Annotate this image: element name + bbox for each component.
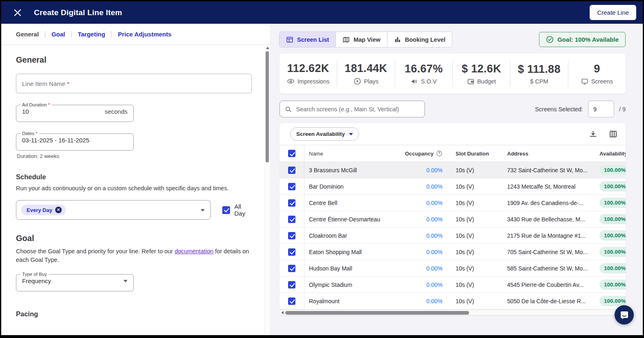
slot-duration-value: 10s (V) (443, 167, 505, 174)
duration-helper: Duration: 2 weeks (17, 153, 253, 159)
screen-search (280, 101, 425, 117)
tab-booking-level[interactable]: Booking Level (387, 32, 452, 47)
check-circle-icon (546, 36, 554, 43)
app-window: Create Digital Line Item Create Line Gen… (0, 0, 644, 338)
row-checkbox[interactable] (288, 265, 295, 272)
occupancy-value[interactable]: 0.00% (407, 167, 443, 174)
row-checkbox[interactable] (288, 167, 295, 174)
create-line-button[interactable]: Create Line (590, 5, 636, 20)
occupancy-value[interactable]: 0.00% (407, 183, 443, 190)
chat-icon (619, 310, 629, 320)
address-value: 1909 Av. des Canadiens-de-... (505, 200, 599, 206)
stat-budget: $ 12.6K Budget (453, 61, 510, 87)
occupancy-value[interactable]: 0.00% (407, 265, 443, 272)
tab-targeting[interactable]: Targeting (65, 31, 105, 38)
table-icon (286, 36, 293, 43)
row-checkbox[interactable] (288, 248, 295, 256)
row-checkbox[interactable] (288, 199, 295, 207)
scrollbar-thumb[interactable] (266, 51, 269, 162)
chat-launcher-button[interactable] (615, 305, 634, 324)
scrollbar-thumb[interactable] (285, 311, 469, 315)
scroll-left-arrow-icon[interactable] (281, 311, 284, 314)
address-value: 585 Saint-Catherine St W, Mo... (505, 265, 599, 272)
availability-badge: 100.00% (599, 279, 626, 290)
occupancy-value[interactable]: 0.00% (407, 249, 443, 255)
slot-duration-value: 10s (V) (443, 216, 505, 223)
screen-availability-filter[interactable]: Screen Availability (290, 127, 359, 141)
slot-duration-value: 10s (V) (443, 298, 505, 304)
checkbox-checked-icon (222, 206, 230, 214)
table-row[interactable]: Centre Étienne-Desmarteau 0.00% 10s (V) … (280, 211, 626, 228)
row-checkbox[interactable] (288, 281, 295, 288)
occupancy-value[interactable]: 0.00% (407, 216, 443, 223)
availability-badge: 100.00% (599, 165, 626, 175)
play-circle-icon (353, 77, 361, 85)
close-icon (14, 9, 21, 16)
chip-remove-icon[interactable]: ✕ (55, 207, 62, 213)
table-row[interactable]: Bar Dominion 0.00% 10s (V) 1243 Metcalfe… (280, 178, 626, 195)
close-button[interactable] (10, 5, 25, 20)
horizontal-scrollbar[interactable] (280, 309, 626, 315)
col-availability[interactable]: Availability (599, 151, 626, 157)
slot-duration-value: 10s (V) (443, 232, 505, 239)
col-name[interactable]: Name (304, 151, 407, 157)
tab-general[interactable]: General (16, 31, 39, 38)
screen-name: Olympic Stadium (304, 282, 407, 288)
tab-goal[interactable]: Goal (39, 31, 65, 38)
table-row[interactable]: Centre Bell 0.00% 10s (V) 1909 Av. des C… (280, 195, 626, 211)
row-checkbox[interactable] (288, 216, 295, 223)
tab-map-view[interactable]: Map View (336, 32, 387, 47)
occupancy-value[interactable]: 0.00% (407, 282, 443, 288)
col-occupancy[interactable]: Occupancy (407, 150, 443, 157)
col-slot-duration[interactable]: Slot Duration (443, 151, 505, 157)
screens-selected-input[interactable] (588, 101, 614, 117)
occupancy-value[interactable]: 0.00% (407, 200, 443, 206)
vertical-scrollbar[interactable] (264, 46, 270, 335)
stat-cpm: $ 111.88 $ CPM (510, 61, 568, 87)
table-row[interactable]: Eaton Shopping Mall 0.00% 10s (V) 705 Sa… (280, 244, 626, 260)
form-scroll-area: General Line Item Name * Ad Duration * 1… (1, 45, 265, 335)
help-icon[interactable] (436, 150, 443, 157)
download-button[interactable] (589, 130, 597, 138)
line-item-name-input[interactable]: Line Item Name * (16, 74, 252, 93)
documentation-link[interactable]: documentation (174, 248, 213, 255)
columns-button[interactable] (609, 130, 617, 138)
select-all-checkbox[interactable] (288, 150, 295, 157)
row-checkbox[interactable] (288, 232, 295, 239)
availability-badge: 100.00% (599, 263, 626, 273)
screen-name: Centre Bell (304, 200, 407, 206)
address-value: 705 Saint-Catherine St W, Mo... (505, 249, 599, 255)
table-row[interactable]: 3 Brasseurs McGill 0.00% 10s (V) 732 Sai… (280, 162, 626, 178)
chevron-down-icon (201, 209, 205, 212)
slot-duration-value: 10s (V) (443, 249, 505, 255)
occupancy-value[interactable]: 0.00% (407, 298, 443, 304)
schedule-description: Run your ads continuously or on a custom… (16, 184, 253, 193)
every-day-chip[interactable]: Every Day ✕ (21, 205, 66, 215)
all-day-checkbox[interactable]: All Day (222, 203, 253, 217)
screens-table-card: Screen Availability (280, 123, 626, 315)
table-row[interactable]: Hudson Bay Mall 0.00% 10s (V) 585 Saint-… (280, 260, 626, 277)
table-row[interactable]: Cloakroom Bar 0.00% 10s (V) 2175 Rue de … (280, 228, 626, 244)
scroll-up-arrow-icon[interactable] (266, 47, 269, 49)
row-checkbox[interactable] (288, 183, 295, 190)
address-value: 1243 Metcalfe St, Montreal (505, 183, 599, 190)
availability-badge: 100.00% (599, 247, 626, 257)
table-row[interactable]: Olympic Stadium 0.00% 10s (V) 4545 Pierr… (280, 277, 626, 293)
table-row[interactable]: Royalmount 0.00% 10s (V) 5050 De la Côte… (280, 293, 626, 309)
dates-field[interactable]: Dates * 03-11-2025 - 16-11-2025 (16, 131, 134, 151)
col-address[interactable]: Address (505, 151, 599, 157)
ad-duration-field[interactable]: Ad Duration * 10 seconds (16, 102, 134, 122)
line-item-name-placeholder: Line Item Name * (22, 80, 69, 87)
search-input[interactable] (295, 106, 420, 113)
tab-price-adjustments[interactable]: Price Adjustments (105, 31, 171, 38)
occupancy-value[interactable]: 0.00% (407, 232, 443, 239)
row-checkbox[interactable] (288, 297, 295, 305)
view-toggle-group: Screen List Map View Booking Level (280, 32, 452, 47)
availability-badge: 100.00% (599, 296, 626, 306)
tab-screen-list[interactable]: Screen List (280, 32, 336, 47)
eye-icon (287, 77, 295, 85)
slot-duration-value: 10s (V) (443, 183, 505, 190)
type-of-buy-select[interactable]: Type of Buy Frequency (16, 272, 134, 291)
type-of-buy-label: Type of Buy (20, 272, 49, 277)
schedule-days-select[interactable]: Every Day ✕ (16, 200, 211, 220)
